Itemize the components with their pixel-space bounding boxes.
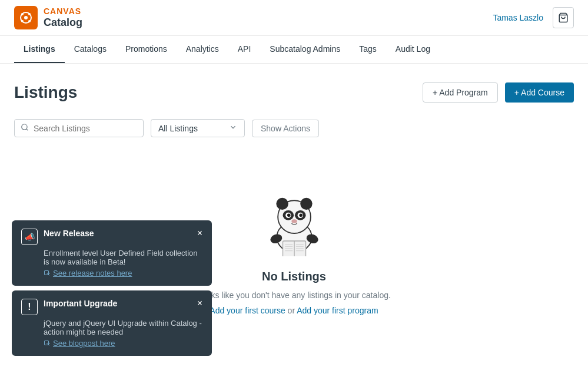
svg-point-5	[28, 20, 31, 22]
nav-api[interactable]: API	[228, 36, 261, 63]
external-link-icon-2	[44, 340, 51, 347]
header-buttons: + Add Program + Add Course	[423, 82, 574, 103]
notification-important-upgrade: ! Important Upgrade × jQuery and jQuery …	[12, 290, 212, 356]
listings-filter-dropdown[interactable]: All Listings	[151, 119, 245, 137]
notif-title-upgrade: Important Upgrade	[44, 299, 191, 308]
search-box[interactable]	[14, 119, 144, 137]
empty-links: Add your first course or Add your first …	[210, 306, 378, 315]
notifications-container: 📣 New Release × Enrollment level User De…	[12, 220, 212, 356]
notif-link-upgrade[interactable]: See blogpost here	[44, 339, 202, 348]
svg-point-19	[287, 214, 290, 217]
svg-point-20	[299, 214, 303, 217]
notif-body-upgrade: jQuery and jQuery UI Upgrade within Cata…	[44, 319, 202, 336]
logo-canvas-text: CANVAS	[44, 6, 82, 16]
logo-area: CANVAS Catalog	[14, 6, 82, 29]
page-title: Listings	[14, 83, 77, 102]
panda-svg	[256, 180, 333, 256]
add-first-course-link[interactable]: Add your first course	[210, 306, 285, 315]
app-header: CANVAS Catalog Tamas Laszlo	[0, 0, 588, 36]
panda-illustration	[256, 180, 333, 258]
canvas-logo-svg	[19, 11, 33, 25]
notif-link-text-new-release: See release notes here	[53, 269, 132, 278]
user-link[interactable]: Tamas Laszlo	[493, 13, 543, 22]
add-first-program-link[interactable]: Add your first program	[297, 306, 378, 315]
nav-listings[interactable]: Listings	[14, 36, 65, 63]
show-actions-button[interactable]: Show Actions	[252, 120, 319, 137]
warning-icon: !	[21, 299, 38, 315]
notif-close-upgrade[interactable]: ×	[197, 299, 202, 308]
empty-title: No Listings	[262, 270, 326, 283]
svg-point-13	[276, 198, 288, 210]
dropdown-selected-value: All Listings	[158, 124, 198, 133]
svg-point-4	[21, 20, 24, 22]
notif-link-new-release[interactable]: See release notes here	[44, 269, 202, 278]
svg-point-3	[28, 13, 31, 15]
nav-audit-log[interactable]: Audit Log	[386, 36, 440, 63]
canvas-logo-icon	[14, 6, 38, 29]
search-input[interactable]	[34, 124, 137, 133]
main-nav: Listings Catalogs Promotions Analytics A…	[0, 36, 588, 64]
listings-toolbar: All Listings Show Actions	[14, 119, 574, 137]
add-course-button[interactable]: + Add Course	[505, 82, 574, 103]
megaphone-icon: 📣	[21, 229, 38, 245]
cart-icon	[558, 12, 569, 23]
header-right: Tamas Laszlo	[493, 7, 574, 28]
logo-text: CANVAS Catalog	[44, 6, 82, 29]
empty-description: Looks like you don't have any listings i…	[197, 290, 391, 300]
or-separator: or	[288, 306, 297, 315]
notif-link-text-upgrade: See blogpost here	[53, 339, 115, 348]
svg-point-14	[300, 198, 312, 210]
add-program-button[interactable]: + Add Program	[423, 82, 498, 103]
cart-button[interactable]	[553, 7, 574, 28]
nav-tags[interactable]: Tags	[350, 36, 386, 63]
external-link-icon	[44, 270, 51, 277]
nav-subcatalog-admins[interactable]: Subcatalog Admins	[260, 36, 350, 63]
svg-point-21	[291, 219, 297, 223]
svg-line-8	[26, 129, 28, 131]
page-header: Listings + Add Program + Add Course	[14, 82, 574, 103]
nav-analytics[interactable]: Analytics	[177, 36, 228, 63]
notif-header-new-release: 📣 New Release ×	[21, 229, 202, 245]
svg-point-2	[21, 13, 24, 15]
search-icon	[21, 123, 29, 133]
svg-point-7	[22, 124, 27, 130]
logo-catalog-text: Catalog	[44, 16, 82, 29]
chevron-down-icon	[229, 123, 237, 133]
notif-close-new-release[interactable]: ×	[197, 229, 202, 238]
notif-body-new-release: Enrollment level User Defined Field coll…	[44, 249, 202, 266]
notification-new-release: 📣 New Release × Enrollment level User De…	[12, 220, 212, 286]
nav-catalogs[interactable]: Catalogs	[65, 36, 116, 63]
svg-point-1	[24, 16, 28, 19]
notif-title-new-release: New Release	[44, 229, 191, 238]
nav-promotions[interactable]: Promotions	[116, 36, 177, 63]
notif-header-upgrade: ! Important Upgrade ×	[21, 299, 202, 315]
